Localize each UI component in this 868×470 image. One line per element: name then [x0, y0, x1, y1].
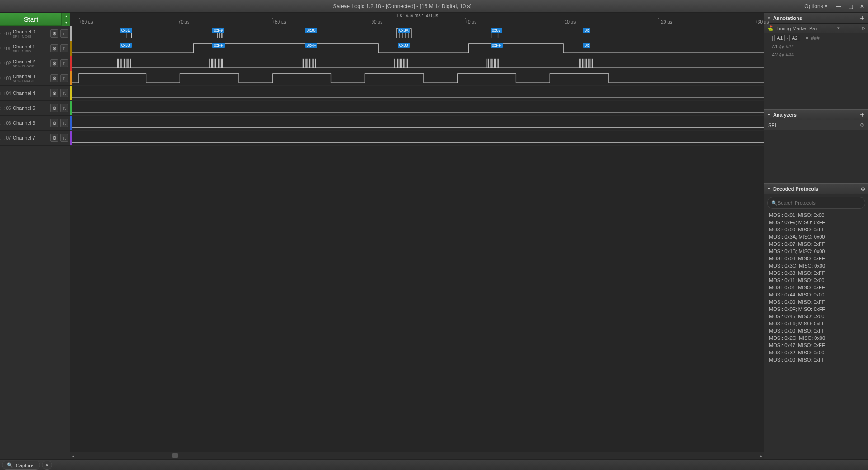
channel-trigger-button[interactable]: ⎍	[60, 29, 68, 38]
channel-trigger-button[interactable]: ⎍	[60, 134, 68, 142]
channel-05[interactable]: ⋮⋮ 05 Channel 5 ⚙ ⎍	[0, 101, 70, 116]
channel-02[interactable]: ⋮⋮ 02 Channel 2 SPI - CLOCK ⚙ ⎍	[0, 56, 70, 71]
decode-tag[interactable]: 0x00	[398, 43, 410, 48]
drag-handle-icon[interactable]: ⋮⋮	[0, 41, 5, 56]
options-menu[interactable]: Options ▾	[804, 3, 827, 9]
capture-settings-down[interactable]: ▼	[62, 19, 70, 26]
waveform-row-5[interactable]	[70, 101, 764, 116]
analyzer-settings[interactable]: ⚙	[860, 122, 864, 128]
decoded-row[interactable]: MOSI: 0xF9; MISO: 0xFF	[764, 219, 868, 226]
decode-tag[interactable]: 0x01	[120, 28, 132, 33]
search-protocols-input[interactable]	[778, 200, 861, 206]
channel-trigger-button[interactable]: ⎍	[60, 104, 68, 112]
decode-tag[interactable]: 0x00	[120, 43, 132, 48]
channel-trigger-button[interactable]: ⎍	[60, 89, 68, 97]
decoded-header[interactable]: ▼ Decoded Protocols ⚙	[764, 183, 868, 194]
channel-settings-button[interactable]: ⚙	[50, 134, 58, 142]
decoded-row[interactable]: MOSI: 0x00; MISO: 0xFF	[764, 298, 868, 306]
add-annotation-button[interactable]: ＋	[859, 14, 865, 22]
channel-settings-button[interactable]: ⚙	[50, 119, 58, 127]
decoded-row[interactable]: MOSI: 0x32; MISO: 0x00	[764, 349, 868, 356]
drag-handle-icon[interactable]: ⋮⋮	[0, 71, 5, 85]
decoded-row[interactable]: MOSI: 0x0F; MISO: 0xFF	[764, 306, 868, 313]
capture-tab[interactable]: 🔍 Capture	[2, 461, 40, 470]
drag-handle-icon[interactable]: ⋮⋮	[0, 26, 5, 41]
waveform-area[interactable]: 1 s : 939 ms : 500 µs +60 µs+70 µs+80 µs…	[70, 13, 764, 459]
decoded-row[interactable]: MOSI: 0x3A; MISO: 0x00	[764, 233, 868, 240]
waveform-row-7[interactable]	[70, 131, 764, 146]
decoded-list[interactable]: MOSI: 0x01; MISO: 0x00MOSI: 0xF9; MISO: …	[764, 212, 868, 459]
add-analyzer-button[interactable]: ＋	[859, 111, 865, 119]
decoded-row[interactable]: MOSI: 0x00; MISO: 0xFF	[764, 356, 868, 363]
channel-07[interactable]: ⋮⋮ 07 Channel 7 ⚙ ⎍	[0, 131, 70, 146]
channel-settings-button[interactable]: ⚙	[50, 74, 58, 82]
decoded-row[interactable]: MOSI: 0xF9; MISO: 0xFF	[764, 320, 868, 327]
channel-03[interactable]: ⋮⋮ 03 Channel 3 SPI - ENABLE ⚙ ⎍	[0, 71, 70, 86]
waveform-row-6[interactable]	[70, 116, 764, 131]
timing-marker-pair-row[interactable]: ⛳ Timing Marker Pair ▼ ⚙	[764, 24, 868, 33]
waveform-row-3[interactable]	[70, 71, 764, 86]
channel-trigger-button[interactable]: ⎍	[60, 44, 68, 52]
horizontal-scrollbar[interactable]: ◂ ▸	[70, 452, 764, 459]
decoded-row[interactable]: MOSI: 0x01; MISO: 0x00	[764, 212, 868, 219]
timing-pair-settings[interactable]: ⚙	[861, 26, 865, 31]
channel-settings-button[interactable]: ⚙	[50, 29, 58, 38]
decoded-row[interactable]: MOSI: 0x00; MISO: 0xFF	[764, 327, 868, 334]
time-ruler[interactable]: 1 s : 939 ms : 500 µs +60 µs+70 µs+80 µs…	[70, 13, 764, 26]
decoded-settings[interactable]: ⚙	[861, 186, 865, 192]
decode-tag[interactable]: 0x	[583, 43, 590, 48]
decode-tag[interactable]: 0x3A	[398, 28, 410, 33]
channel-04[interactable]: ⋮⋮ 04 Channel 4 ⚙ ⎍	[0, 86, 70, 101]
drag-handle-icon[interactable]: ⋮⋮	[0, 101, 5, 115]
channel-settings-button[interactable]: ⚙	[50, 44, 58, 52]
close-button[interactable]: ✕	[856, 2, 868, 11]
drag-handle-icon[interactable]: ⋮⋮	[0, 56, 5, 70]
decoded-row[interactable]: MOSI: 0x2C; MISO: 0x00	[764, 334, 868, 342]
decoded-row[interactable]: MOSI: 0x11; MISO: 0x00	[764, 277, 868, 284]
decode-tag[interactable]: 0x00	[305, 28, 317, 33]
channel-06[interactable]: ⋮⋮ 06 Channel 6 ⚙ ⎍	[0, 116, 70, 131]
annotations-header[interactable]: ▼ Annotations ＋	[764, 13, 868, 24]
decoded-row[interactable]: MOSI: 0x07; MISO: 0xFF	[764, 240, 868, 248]
decoded-row[interactable]: MOSI: 0x1B; MISO: 0x00	[764, 248, 868, 255]
more-tabs-button[interactable]: »	[42, 461, 52, 470]
decoded-row[interactable]: MOSI: 0x00; MISO: 0xFF	[764, 226, 868, 233]
start-button[interactable]: Start	[0, 13, 62, 26]
waveform-row-0[interactable]: 0x010xF90x000x3A0x070x	[70, 26, 764, 41]
channel-trigger-button[interactable]: ⎍	[60, 74, 68, 82]
channel-01[interactable]: ⋮⋮ 01 Channel 1 SPI - MISO ⚙ ⎍	[0, 41, 70, 56]
decode-tag[interactable]: 0xFF	[212, 43, 225, 48]
maximize-button[interactable]: ▢	[844, 2, 856, 11]
channel-settings-button[interactable]: ⚙	[50, 89, 58, 97]
drag-handle-icon[interactable]: ⋮⋮	[0, 131, 5, 145]
channel-00[interactable]: ⋮⋮ 00 Channel 0 SPI - MOSI ⚙ ⎍	[0, 26, 70, 41]
decoded-row[interactable]: MOSI: 0x45; MISO: 0x00	[764, 313, 868, 320]
channel-trigger-button[interactable]: ⎍	[60, 119, 68, 127]
decode-tag[interactable]: 0x07	[491, 28, 502, 33]
drag-handle-icon[interactable]: ⋮⋮	[0, 116, 5, 130]
scroll-left-arrow[interactable]: ◂	[70, 453, 75, 459]
decoded-row[interactable]: MOSI: 0x08; MISO: 0xFF	[764, 255, 868, 262]
search-protocols-box[interactable]: 🔍	[767, 197, 865, 209]
channel-trigger-button[interactable]: ⎍	[60, 59, 68, 67]
scroll-right-arrow[interactable]: ▸	[759, 453, 764, 459]
analyzers-header[interactable]: ▼ Analyzers ＋	[764, 109, 868, 120]
decoded-row[interactable]: MOSI: 0x33; MISO: 0xFF	[764, 269, 868, 277]
decode-tag[interactable]: 0x	[583, 28, 590, 33]
analyzer-spi[interactable]: SPI ⚙	[764, 120, 868, 130]
waveform-row-1[interactable]: 0x000xFF0xFF0x000xFF0x	[70, 41, 764, 56]
capture-settings-up[interactable]: ▲	[62, 13, 70, 19]
decode-tag[interactable]: 0xF9	[212, 28, 224, 33]
scroll-thumb[interactable]	[172, 453, 178, 458]
decoded-row[interactable]: MOSI: 0x3C; MISO: 0x00	[764, 262, 868, 269]
decoded-row[interactable]: MOSI: 0x44; MISO: 0x00	[764, 291, 868, 298]
channel-settings-button[interactable]: ⚙	[50, 59, 58, 67]
decoded-row[interactable]: MOSI: 0x01; MISO: 0xFF	[764, 284, 868, 291]
waveform-row-2[interactable]	[70, 56, 764, 71]
decode-tag[interactable]: 0xFF	[491, 43, 503, 48]
drag-handle-icon[interactable]: ⋮⋮	[0, 86, 5, 100]
waveform-row-4[interactable]	[70, 86, 764, 101]
decode-tag[interactable]: 0xFF	[305, 43, 317, 48]
decoded-row[interactable]: MOSI: 0x47; MISO: 0xFF	[764, 342, 868, 349]
minimize-button[interactable]: —	[833, 2, 844, 11]
